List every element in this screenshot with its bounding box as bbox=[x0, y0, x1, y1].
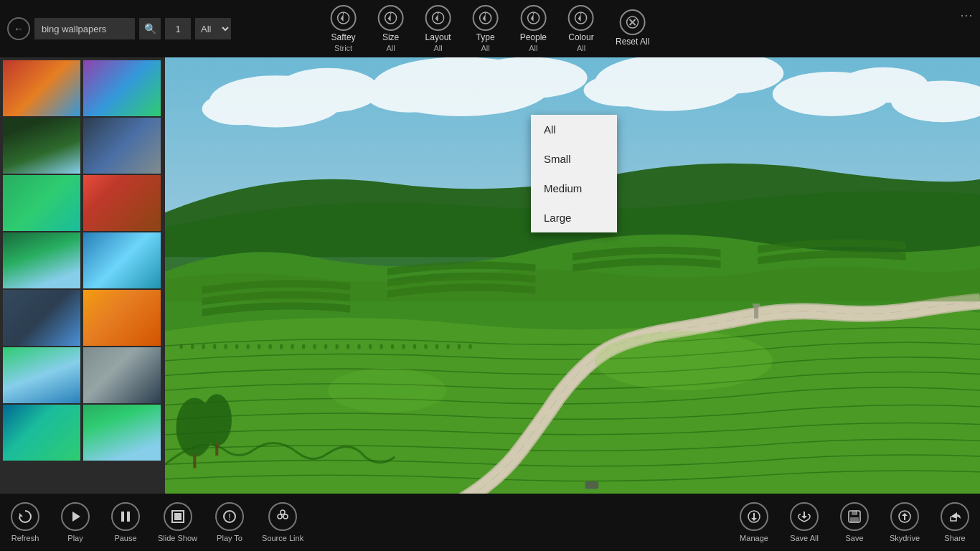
filter-people[interactable]: People All bbox=[520, 5, 547, 52]
share-button[interactable]: Share bbox=[937, 502, 973, 542]
people-label: People bbox=[520, 32, 547, 42]
playto-label: Play To bbox=[217, 534, 242, 542]
top-toolbar: ← 🔍 All HD 4K Saftey Strict bbox=[0, 0, 980, 57]
svg-rect-38 bbox=[225, 344, 227, 349]
svg-point-63 bbox=[202, 394, 232, 446]
svg-marker-71 bbox=[72, 512, 80, 522]
svg-rect-41 bbox=[258, 344, 260, 349]
thumbnail-10[interactable] bbox=[83, 290, 161, 346]
type-label: Type bbox=[476, 32, 495, 42]
refresh-button[interactable]: Refresh bbox=[7, 502, 43, 542]
colour-value: All bbox=[577, 44, 585, 52]
svg-rect-75 bbox=[174, 513, 182, 520]
search-input[interactable] bbox=[34, 18, 135, 39]
size-option-medium[interactable]: Medium bbox=[531, 174, 617, 203]
filter-safety[interactable]: Saftey Strict bbox=[331, 5, 357, 52]
thumbnail-11[interactable] bbox=[3, 347, 80, 403]
svg-marker-4 bbox=[388, 14, 391, 22]
svg-marker-16 bbox=[578, 14, 581, 22]
thumbnail-12[interactable] bbox=[83, 347, 161, 403]
svg-rect-46 bbox=[314, 344, 316, 349]
svg-rect-35 bbox=[191, 344, 194, 349]
colour-icon bbox=[568, 5, 594, 31]
svg-rect-39 bbox=[235, 344, 238, 349]
reset-icon bbox=[620, 9, 646, 35]
playto-icon: ! bbox=[215, 502, 244, 531]
filter-layout[interactable]: Layout All bbox=[425, 5, 451, 52]
size-option-large[interactable]: Large bbox=[531, 203, 617, 232]
saveall-icon bbox=[790, 502, 819, 531]
search-area: ← 🔍 All HD 4K bbox=[7, 17, 231, 40]
thumbnail-8[interactable] bbox=[83, 232, 161, 288]
saveall-button[interactable]: Save All bbox=[786, 502, 822, 542]
svg-rect-91 bbox=[850, 517, 859, 522]
svg-rect-73 bbox=[127, 512, 130, 522]
thumbnail-7[interactable] bbox=[3, 232, 80, 288]
play-button[interactable]: Play bbox=[57, 502, 93, 542]
thumbnail-2[interactable] bbox=[83, 60, 161, 116]
svg-marker-7 bbox=[435, 14, 438, 22]
thumbnail-4[interactable] bbox=[83, 118, 161, 174]
skydrive-button[interactable]: Skydrive bbox=[887, 502, 923, 542]
size-dropdown-menu: All Small Medium Large bbox=[531, 115, 617, 232]
filter-dropdown[interactable]: All HD 4K bbox=[195, 18, 231, 39]
search-button[interactable]: 🔍 bbox=[139, 18, 161, 39]
filter-size[interactable]: Size All bbox=[378, 5, 404, 52]
bottom-toolbar: Refresh Play Pause bbox=[0, 494, 980, 551]
main-image-area: All Small Medium Large bbox=[165, 57, 980, 494]
svg-rect-34 bbox=[180, 344, 183, 349]
thumbnail-1[interactable] bbox=[3, 60, 80, 116]
colour-label: Colour bbox=[568, 32, 593, 42]
pause-button[interactable]: Pause bbox=[108, 502, 143, 542]
sourcelink-button[interactable]: Source Link bbox=[262, 502, 303, 542]
filter-colour[interactable]: Colour All bbox=[568, 5, 594, 52]
layout-icon bbox=[425, 5, 451, 31]
svg-rect-48 bbox=[336, 344, 339, 349]
skydrive-icon bbox=[890, 502, 919, 531]
svg-rect-40 bbox=[247, 344, 250, 349]
filter-reset[interactable]: Reset All bbox=[616, 9, 649, 48]
svg-marker-13 bbox=[530, 14, 533, 22]
size-option-small[interactable]: Small bbox=[531, 144, 617, 174]
svg-rect-37 bbox=[213, 344, 216, 349]
svg-marker-1 bbox=[341, 14, 344, 22]
playto-button[interactable]: ! Play To bbox=[212, 502, 248, 542]
svg-rect-47 bbox=[324, 344, 327, 349]
svg-line-82 bbox=[281, 514, 282, 515]
thumbnail-14[interactable] bbox=[83, 405, 161, 461]
size-option-all[interactable]: All bbox=[531, 115, 617, 144]
svg-rect-72 bbox=[121, 512, 124, 522]
svg-rect-65 bbox=[215, 442, 218, 456]
thumbnail-3[interactable] bbox=[3, 118, 80, 174]
safety-label: Saftey bbox=[331, 32, 356, 42]
page-number-input[interactable] bbox=[165, 18, 191, 39]
thumbnail-13[interactable] bbox=[3, 405, 80, 461]
thumbnail-9[interactable] bbox=[3, 290, 80, 346]
layout-value: All bbox=[434, 44, 443, 52]
svg-rect-42 bbox=[269, 344, 272, 349]
thumbnail-6[interactable] bbox=[83, 175, 161, 231]
play-icon bbox=[61, 502, 90, 531]
svg-marker-95 bbox=[902, 513, 908, 516]
refresh-label: Refresh bbox=[11, 534, 39, 542]
svg-rect-56 bbox=[424, 344, 427, 349]
thumbnail-5[interactable] bbox=[3, 175, 80, 231]
back-button[interactable]: ← bbox=[7, 17, 30, 40]
save-button[interactable]: Save bbox=[837, 502, 872, 542]
svg-rect-67 bbox=[753, 303, 760, 306]
filter-type[interactable]: Type All bbox=[473, 5, 499, 52]
slideshow-button[interactable]: Slide Show bbox=[158, 502, 197, 542]
svg-marker-10 bbox=[483, 14, 486, 22]
slideshow-icon bbox=[164, 502, 192, 531]
sourcelink-label: Source Link bbox=[262, 534, 303, 542]
svg-rect-61 bbox=[585, 481, 599, 489]
share-label: Share bbox=[944, 534, 965, 542]
share-icon bbox=[941, 502, 969, 531]
svg-point-69 bbox=[328, 368, 446, 413]
svg-rect-44 bbox=[291, 344, 294, 349]
svg-rect-58 bbox=[446, 344, 449, 349]
top-right-menu[interactable]: ⋯ bbox=[960, 7, 973, 23]
main-area: All Small Medium Large bbox=[0, 57, 980, 494]
size-label: Size bbox=[382, 32, 399, 42]
manage-button[interactable]: Manage bbox=[736, 502, 772, 542]
